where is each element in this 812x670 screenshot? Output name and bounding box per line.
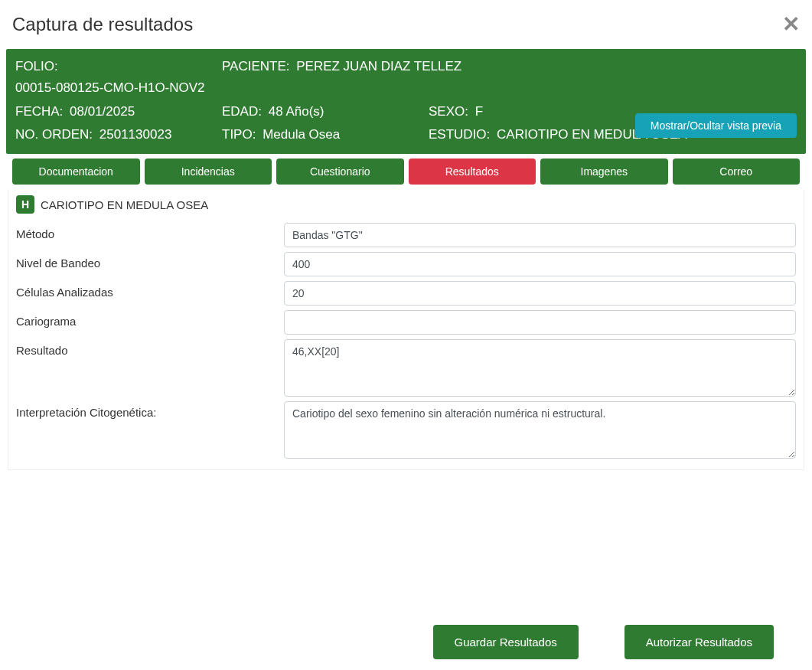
paciente-value: PEREZ JUAN DIAZ TELLEZ (296, 59, 461, 74)
close-icon[interactable]: ✕ (782, 14, 800, 35)
tipo-value: Medula Osea (263, 127, 340, 142)
modal-header: Captura de resultados ✕ (6, 6, 806, 49)
sexo-label: SEXO: (429, 104, 468, 119)
cariograma-input[interactable] (284, 310, 796, 335)
metodo-label: Método (16, 223, 284, 240)
edad-field: EDAD: 48 Año(s) (222, 102, 421, 122)
fecha-field: FECHA: 08/01/2025 (15, 102, 214, 122)
tipo-field: TIPO: Medula Osea (222, 125, 421, 145)
edad-value: 48 Año(s) (269, 104, 324, 119)
edad-label: EDAD: (222, 104, 262, 119)
tipo-label: TIPO: (222, 127, 256, 142)
nivel-bandeo-input[interactable] (284, 252, 796, 276)
tab-documentacion[interactable]: Documentacion (12, 159, 140, 185)
interpretacion-label: Interpretación Citogenética: (16, 401, 284, 419)
fecha-value: 08/01/2025 (70, 104, 135, 119)
folio-label: FOLIO: (15, 59, 58, 74)
section-header: H CARIOTIPO EN MEDULA OSEA (16, 195, 796, 214)
celulas-input[interactable] (284, 281, 796, 306)
folio-value: 00015-080125-CMO-H1O-NOV2 (15, 78, 214, 98)
tab-cuestionario[interactable]: Cuestionario (276, 159, 404, 185)
orden-value: 2501130023 (99, 127, 172, 142)
interpretacion-textarea[interactable] (284, 401, 796, 459)
cariograma-label: Cariograma (16, 310, 284, 328)
tab-bar: Documentacion Incidencias Cuestionario R… (6, 154, 806, 189)
toggle-preview-button[interactable]: Mostrar/Ocultar vista previa (635, 113, 797, 138)
tab-incidencias[interactable]: Incidencias (145, 159, 272, 185)
sexo-value: F (475, 104, 483, 119)
celulas-label: Células Analizadas (16, 281, 284, 299)
results-form: H CARIOTIPO EN MEDULA OSEA Método Nivel … (8, 189, 804, 470)
resultado-label: Resultado (16, 339, 284, 357)
orden-label: NO. ORDEN: (15, 127, 93, 142)
tab-correo[interactable]: Correo (673, 159, 801, 185)
orden-field: NO. ORDEN: 2501130023 (15, 125, 214, 145)
fecha-label: FECHA: (15, 104, 63, 119)
resultado-textarea[interactable] (284, 339, 796, 397)
section-name: CARIOTIPO EN MEDULA OSEA (41, 198, 208, 211)
tab-resultados[interactable]: Resultados (409, 159, 536, 185)
estudio-label: ESTUDIO: (429, 127, 490, 142)
patient-info-panel: FOLIO: 00015-080125-CMO-H1O-NOV2 PACIENT… (6, 49, 806, 154)
section-badge: H (16, 195, 34, 214)
folio-field: FOLIO: 00015-080125-CMO-H1O-NOV2 (15, 57, 214, 99)
nivel-bandeo-label: Nivel de Bandeo (16, 252, 284, 270)
paciente-label: PACIENTE: (222, 59, 289, 74)
modal-title: Captura de resultados (12, 14, 193, 35)
tab-imagenes[interactable]: Imagenes (540, 159, 668, 185)
metodo-input[interactable] (284, 223, 796, 247)
paciente-field: PACIENTE: PEREZ JUAN DIAZ TELLEZ (222, 57, 797, 77)
